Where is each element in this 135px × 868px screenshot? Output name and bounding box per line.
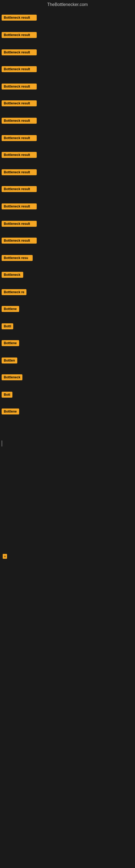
bottleneck-badge-22[interactable]: Bottleneck <box>2 374 22 380</box>
bottleneck-item-7[interactable]: Bottleneck result <box>1 116 134 125</box>
bottleneck-item-2[interactable]: Bottleneck result <box>1 30 134 40</box>
bottleneck-badge-13[interactable]: Bottleneck result <box>2 221 37 227</box>
bottleneck-badge-8[interactable]: Bottleneck result <box>2 135 37 141</box>
bottleneck-badge-11[interactable]: Bottleneck result <box>2 186 37 192</box>
bottleneck-item-1[interactable]: Bottleneck result <box>1 13 134 22</box>
bottleneck-item-23[interactable]: Bott <box>1 390 134 399</box>
bottleneck-badge-17[interactable]: Bottleneck re <box>2 289 27 295</box>
bottleneck-item-14[interactable]: Bottleneck result <box>1 236 134 245</box>
bottleneck-badge-14[interactable]: Bottleneck result <box>2 238 37 244</box>
bottleneck-item-24[interactable]: Bottlene <box>1 407 134 416</box>
bottleneck-badge-21[interactable]: Bottlen <box>2 358 17 364</box>
items-container: Bottleneck result Bottleneck result Bott… <box>0 9 135 418</box>
bottleneck-item-15[interactable]: Bottleneck resu <box>1 253 134 262</box>
bottleneck-badge-16[interactable]: Bottleneck <box>2 272 23 278</box>
empty-space-1 <box>0 447 135 551</box>
bottleneck-item-13[interactable]: Bottleneck result <box>1 219 134 228</box>
bottleneck-item-9[interactable]: Bottleneck result <box>1 150 134 159</box>
bottom-badge-area: ≡ <box>0 551 135 562</box>
bottleneck-item-12[interactable]: Bottleneck result <box>1 202 134 211</box>
bottleneck-item-20[interactable]: Bottlene <box>1 339 134 348</box>
bottleneck-item-18[interactable]: Bottlene <box>1 304 134 314</box>
bottleneck-item-8[interactable]: Bottleneck result <box>1 133 134 143</box>
site-title: TheBottlenecker.com <box>0 0 135 9</box>
empty-space-2 <box>0 562 135 649</box>
bottleneck-badge-23[interactable]: Bott <box>2 392 12 398</box>
bottleneck-badge-15[interactable]: Bottleneck resu <box>2 255 33 261</box>
bottleneck-badge-24[interactable]: Bottlene <box>2 408 19 414</box>
bottleneck-badge-3[interactable]: Bottleneck result <box>2 50 37 55</box>
bottleneck-badge-2[interactable]: Bottleneck result <box>2 32 37 38</box>
bottleneck-badge-4[interactable]: Bottleneck result <box>2 66 37 72</box>
bottleneck-badge-5[interactable]: Bottleneck result <box>2 84 37 90</box>
page-wrapper: TheBottlenecker.com Bottleneck result Bo… <box>0 0 135 868</box>
bottleneck-item-21[interactable]: Bottlen <box>1 356 134 365</box>
bottleneck-item-4[interactable]: Bottleneck result <box>1 65 134 74</box>
bottleneck-item-16[interactable]: Bottleneck <box>1 270 134 279</box>
bottleneck-item-11[interactable]: Bottleneck result <box>1 184 134 194</box>
bottleneck-badge-18[interactable]: Bottlene <box>2 306 19 312</box>
bottleneck-item-10[interactable]: Bottleneck result <box>1 167 134 177</box>
cursor-area <box>0 439 135 447</box>
bottleneck-item-19[interactable]: Bottl <box>1 322 134 331</box>
bottleneck-item-6[interactable]: Bottleneck result <box>1 99 134 108</box>
bottleneck-badge-7[interactable]: Bottleneck result <box>2 118 37 124</box>
bottleneck-badge-6[interactable]: Bottleneck result <box>2 100 37 106</box>
bottleneck-item-5[interactable]: Bottleneck result <box>1 82 134 91</box>
bottleneck-badge-19[interactable]: Bottl <box>2 323 13 329</box>
bottleneck-badge-20[interactable]: Bottlene <box>2 340 19 346</box>
bottleneck-badge-12[interactable]: Bottleneck result <box>2 204 37 209</box>
bottleneck-badge-10[interactable]: Bottleneck result <box>2 169 37 175</box>
bottleneck-badge-1[interactable]: Bottleneck result <box>2 14 37 21</box>
bottom-small-badge[interactable]: ≡ <box>3 554 7 559</box>
bottleneck-badge-9[interactable]: Bottleneck result <box>2 152 37 158</box>
bottleneck-item-17[interactable]: Bottleneck re <box>1 287 134 297</box>
cursor-indicator <box>2 440 2 446</box>
bottleneck-item-22[interactable]: Bottleneck <box>1 373 134 382</box>
bottleneck-item-3[interactable]: Bottleneck result <box>1 48 134 57</box>
